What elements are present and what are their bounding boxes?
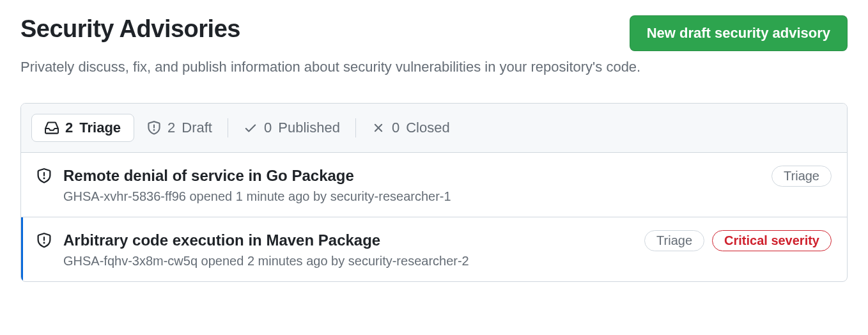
filter-tab-published[interactable]: 0 Published bbox=[231, 114, 353, 141]
filter-tab-triage[interactable]: 2 Triage bbox=[31, 114, 134, 142]
filter-count: 0 bbox=[392, 120, 399, 136]
advisory-meta: GHSA-fqhv-3x8m-cw5q opened 2 minutes ago… bbox=[63, 254, 633, 269]
filter-separator bbox=[355, 118, 356, 137]
filter-separator bbox=[228, 118, 228, 137]
inbox-icon bbox=[45, 121, 59, 135]
filter-bar: 2 Triage 2 Draft 0 Published 0 Closed bbox=[21, 104, 847, 153]
filter-label: Published bbox=[278, 120, 340, 136]
filter-count: 2 bbox=[65, 120, 73, 136]
advisory-badges: Triage Critical severity bbox=[644, 230, 832, 251]
advisory-main: Arbitrary code execution in Maven Packag… bbox=[63, 230, 633, 269]
advisory-title[interactable]: Arbitrary code execution in Maven Packag… bbox=[63, 230, 633, 250]
advisory-meta: GHSA-xvhr-5836-ff96 opened 1 minute ago … bbox=[63, 189, 760, 204]
severity-badge: Critical severity bbox=[712, 230, 832, 251]
filter-label: Closed bbox=[406, 120, 449, 136]
advisories-list: 2 Triage 2 Draft 0 Published 0 Closed bbox=[20, 103, 848, 282]
page-subtitle: Privately discuss, fix, and publish info… bbox=[20, 56, 848, 77]
advisory-row[interactable]: Remote denial of service in Go Package G… bbox=[21, 153, 847, 217]
new-draft-advisory-button[interactable]: New draft security advisory bbox=[630, 15, 848, 51]
page-title: Security Advisories bbox=[20, 15, 240, 43]
filter-count: 2 bbox=[167, 120, 175, 136]
shield-alert-icon bbox=[36, 168, 52, 183]
advisory-title[interactable]: Remote denial of service in Go Package bbox=[63, 166, 760, 185]
status-badge: Triage bbox=[771, 166, 832, 187]
filter-label: Draft bbox=[182, 120, 212, 136]
status-badge: Triage bbox=[644, 230, 704, 251]
x-icon bbox=[371, 121, 385, 135]
advisory-badges: Triage bbox=[771, 166, 832, 187]
filter-count: 0 bbox=[264, 120, 272, 136]
filter-tab-closed[interactable]: 0 Closed bbox=[359, 114, 463, 141]
advisory-main: Remote denial of service in Go Package G… bbox=[63, 166, 760, 204]
filter-tab-draft[interactable]: 2 Draft bbox=[134, 114, 225, 141]
check-icon bbox=[244, 121, 258, 135]
shield-alert-icon bbox=[147, 121, 161, 135]
advisory-row[interactable]: Arbitrary code execution in Maven Packag… bbox=[21, 217, 847, 281]
filter-label: Triage bbox=[79, 120, 121, 136]
shield-alert-icon bbox=[36, 233, 52, 248]
